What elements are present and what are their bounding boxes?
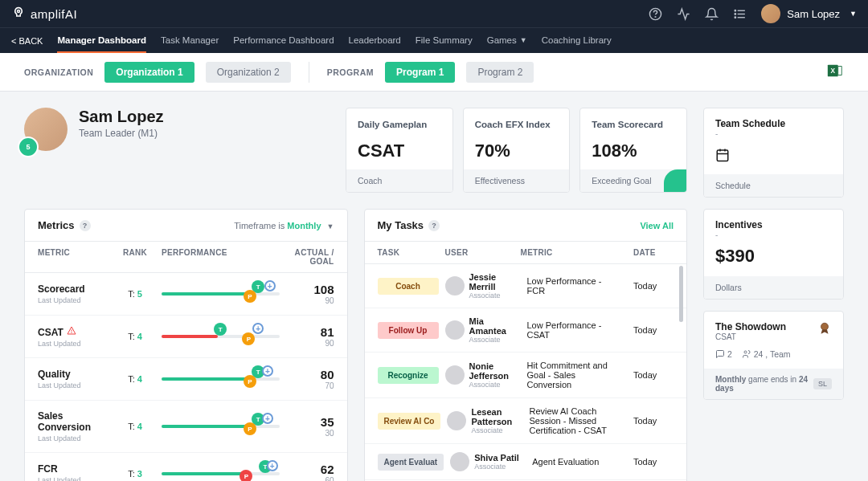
avatar	[445, 320, 465, 340]
task-tag: Review AI Co	[378, 413, 441, 430]
task-row[interactable]: Coach Jessie MerrillAssociate Low Perfor…	[365, 264, 687, 308]
topbar: amplifAI Sam Lopez ▼	[0, 0, 868, 27]
brand-logo: amplifAI	[11, 6, 77, 21]
medal-icon	[817, 321, 832, 338]
help-icon[interactable]: ?	[80, 220, 91, 231]
help-icon[interactable]: ?	[428, 220, 440, 231]
metric-row[interactable]: Sales ConversionLast Updated T: 4 T P + …	[25, 401, 347, 453]
task-tag: Follow Up	[378, 322, 439, 339]
svg-point-17	[821, 323, 829, 330]
metric-row[interactable]: CSATLast Updated T: 4 T P + 8190	[25, 316, 347, 358]
avatar	[445, 276, 465, 296]
org-pill-2[interactable]: Organization 2	[206, 62, 291, 83]
svg-point-8	[735, 17, 735, 18]
showdown-card[interactable]: The Showdown CSAT 2 24 , Team Monthly ga…	[703, 311, 844, 400]
nav-performance-dashboard[interactable]: Performance Dashboard	[233, 28, 334, 53]
avatar	[447, 411, 466, 430]
svg-point-0	[18, 10, 20, 13]
task-row[interactable]: Review AI Co Lesean PattersonAssociate R…	[365, 398, 687, 444]
avatar	[445, 365, 465, 385]
activity-icon[interactable]	[677, 7, 690, 21]
user-menu[interactable]: Sam Lopez ▼	[761, 4, 857, 23]
svg-point-2	[655, 16, 656, 17]
svg-point-7	[735, 13, 735, 14]
avatar	[450, 452, 469, 471]
view-all-link[interactable]: View All	[640, 221, 674, 230]
filter-bar: ORGANIZATION Organization 1 Organization…	[0, 53, 868, 92]
task-tag: Recognize	[378, 367, 439, 384]
task-tag: Coach	[378, 278, 439, 295]
chevron-down-icon: ▼	[850, 10, 857, 18]
hero-name: Sam Lopez	[79, 108, 164, 126]
nav-games[interactable]: Games▼	[487, 28, 527, 53]
metrics-title: Metrics	[38, 219, 75, 231]
svg-point-18	[744, 351, 747, 353]
kpi-card[interactable]: Daily GameplanCSATCoach	[346, 108, 453, 193]
metric-row[interactable]: ScorecardLast Updated T: 5 T P + 10890	[25, 273, 347, 316]
tasks-title: My Tasks	[378, 219, 424, 231]
metric-row[interactable]: QualityLast Updated T: 4 T P + 8070	[25, 358, 347, 401]
kpi-card[interactable]: Coach EFX Index70%Effectiveness	[463, 108, 571, 193]
prog-pill-2[interactable]: Program 2	[466, 62, 534, 83]
task-row[interactable]: Recognize Nonie JeffersonAssociate Hit C…	[365, 353, 687, 398]
svg-point-12	[72, 332, 72, 332]
avatar	[761, 4, 780, 23]
export-excel-button[interactable]: X	[826, 62, 844, 82]
svg-point-6	[735, 10, 735, 10]
warning-icon	[67, 326, 76, 336]
hero-avatar: 5	[24, 108, 68, 151]
prog-pill-1[interactable]: Program 1	[385, 62, 455, 83]
kpi-card[interactable]: Team Scorecard108%Exceeding Goal	[579, 108, 687, 193]
comments-count: 2	[715, 349, 732, 359]
help-icon[interactable]	[649, 7, 662, 21]
chevron-down-icon: ▼	[520, 36, 527, 44]
user-badge: SL	[813, 378, 832, 389]
org-label: ORGANIZATION	[24, 67, 93, 77]
tasks-panel: My Tasks? View All TASK USER METRIC DATE…	[364, 209, 688, 481]
bell-icon[interactable]	[705, 7, 719, 21]
nav-task-manager[interactable]: Task Manager	[161, 28, 219, 53]
metrics-panel: Metrics? Timeframe is Monthly ▼ METRIC R…	[24, 209, 348, 481]
task-tag: Agent Evaluat	[378, 454, 444, 471]
navbar: < BACK Manager Dashboard Task Manager Pe…	[0, 27, 868, 53]
task-row[interactable]: Agent Evaluat Shiva PatilAssociate Agent…	[365, 444, 687, 480]
players-count: 24 , Team	[742, 349, 791, 359]
nav-file-summary[interactable]: File Summary	[416, 28, 473, 53]
svg-rect-13	[717, 150, 728, 161]
nav-manager-dashboard[interactable]: Manager Dashboard	[57, 28, 146, 53]
prog-label: PROGRAM	[327, 67, 374, 77]
task-row[interactable]: Follow Up Mia AmanteaAssociate Low Perfo…	[365, 308, 687, 353]
hero-role: Team Leader (M1)	[79, 128, 164, 139]
svg-text:X: X	[830, 67, 835, 75]
nav-coaching-library[interactable]: Coaching Library	[542, 28, 612, 53]
hero: 5 Sam Lopez Team Leader (M1) Daily Gamep…	[24, 108, 687, 193]
chevron-down-icon: ▼	[327, 222, 334, 230]
calendar-icon	[715, 148, 832, 165]
metric-row[interactable]: FCRLast Updated T: 3 T P + 6260	[25, 453, 347, 481]
rank-badge: 5	[18, 137, 39, 157]
scrollbar[interactable]	[679, 266, 683, 322]
nav-leaderboard[interactable]: Leaderboard	[349, 28, 401, 53]
timeframe-selector[interactable]: Timeframe is Monthly ▼	[234, 221, 334, 230]
list-icon[interactable]	[733, 7, 747, 21]
schedule-card[interactable]: Team Schedule - Schedule	[703, 108, 844, 198]
incentives-card[interactable]: Incentives - $390 Dollars	[703, 209, 844, 300]
back-link[interactable]: < BACK	[11, 36, 43, 46]
org-pill-1[interactable]: Organization 1	[104, 62, 194, 83]
